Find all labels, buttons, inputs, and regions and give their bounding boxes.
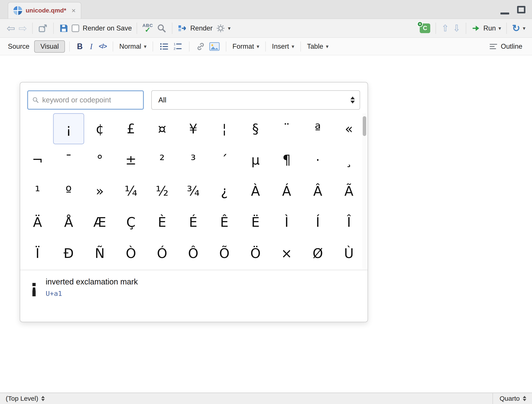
format-menu[interactable]: Format ▾: [231, 39, 261, 54]
render-options-button[interactable]: ▾: [214, 21, 232, 35]
char-cell[interactable]: ·: [302, 144, 333, 176]
char-cell[interactable]: Î: [333, 207, 364, 238]
char-cell[interactable]: À: [240, 176, 271, 207]
spellcheck-button[interactable]: ABC ✓: [140, 21, 155, 35]
char-cell[interactable]: Å: [53, 207, 84, 238]
numbered-list-button[interactable]: 1 2: [171, 39, 185, 54]
go-to-next-chunk-button[interactable]: ⇩: [451, 21, 462, 35]
find-button[interactable]: [155, 21, 168, 35]
scrollbar-track[interactable]: [362, 113, 367, 269]
char-cell[interactable]: °: [84, 144, 115, 176]
char-cell[interactable]: §: [240, 113, 271, 144]
char-cell[interactable]: Ñ: [84, 238, 115, 269]
char-cell[interactable]: Ë: [240, 207, 271, 238]
char-cell[interactable]: ¼: [115, 176, 146, 207]
char-cell[interactable]: ×: [271, 238, 302, 269]
char-cell[interactable]: Ó: [146, 238, 178, 269]
char-cell[interactable]: ¾: [178, 176, 209, 207]
char-cell[interactable]: ¿: [209, 176, 240, 207]
category-select[interactable]: All: [151, 90, 360, 110]
render-on-save-checkbox[interactable]: [72, 25, 79, 32]
scrollbar-thumb[interactable]: [363, 116, 366, 136]
bold-button[interactable]: B: [74, 39, 86, 54]
char-cell[interactable]: ¡: [53, 113, 84, 144]
scope-selector[interactable]: (Top Level): [6, 395, 45, 402]
char-cell[interactable]: ¶: [271, 144, 302, 176]
char-cell[interactable]: µ: [240, 144, 271, 176]
char-cell[interactable]: ±: [115, 144, 146, 176]
italic-button[interactable]: I: [86, 39, 97, 54]
render-button[interactable]: Render: [176, 21, 215, 35]
char-cell[interactable]: È: [146, 207, 178, 238]
tab-source[interactable]: Source: [8, 43, 29, 50]
char-cell[interactable]: ¬: [22, 144, 53, 176]
char-cell[interactable]: ¦: [209, 113, 240, 144]
char-cell[interactable]: Ì: [271, 207, 302, 238]
char-cell[interactable]: Á: [271, 176, 302, 207]
char-cell[interactable]: ¥: [178, 113, 209, 144]
document-format-selector[interactable]: Quarto: [493, 393, 532, 404]
char-cell[interactable]: ´: [209, 144, 240, 176]
char-cell[interactable]: É: [178, 207, 209, 238]
char-cell[interactable]: Ø: [302, 238, 333, 269]
insert-label: Insert: [272, 43, 289, 50]
char-cell[interactable]: Ê: [209, 207, 240, 238]
char-cell[interactable]: ¤: [146, 113, 178, 144]
char-cell[interactable]: Â: [302, 176, 333, 207]
char-cell[interactable]: Ä: [22, 207, 53, 238]
tab-unicode-qmd[interactable]: unicode.qmd* ×: [8, 2, 81, 19]
chevron-down-icon: ▾: [292, 44, 294, 49]
run-button[interactable]: Run ▾: [470, 21, 503, 35]
char-cell[interactable]: ¨: [271, 113, 302, 144]
insert-menu[interactable]: Insert ▾: [270, 39, 296, 54]
open-in-new-window-button[interactable]: [36, 21, 50, 35]
char-cell[interactable]: [22, 113, 53, 144]
char-cell[interactable]: ½: [146, 176, 178, 207]
link-icon: [196, 41, 206, 51]
char-cell[interactable]: Ò: [115, 238, 146, 269]
char-cell[interactable]: ¯: [53, 144, 84, 176]
paragraph-style-dropdown[interactable]: Normal ▾: [118, 39, 148, 54]
char-cell[interactable]: Õ: [209, 238, 240, 269]
maximize-icon[interactable]: [517, 6, 526, 13]
char-search-input[interactable]: [42, 96, 139, 104]
char-cell[interactable]: Ð: [53, 238, 84, 269]
forward-button[interactable]: ⇨: [17, 21, 29, 35]
char-cell[interactable]: ¢: [84, 113, 115, 144]
char-cell[interactable]: Ù: [333, 238, 364, 269]
run-label: Run: [483, 24, 496, 32]
outline-toggle[interactable]: Outline: [487, 39, 524, 54]
table-label: Table: [307, 43, 323, 50]
back-button[interactable]: ⇦: [5, 21, 17, 35]
source-document-button[interactable]: ↻ ▾: [510, 21, 527, 35]
editor-canvas[interactable]: All ¡¢£¤¥¦§¨ª«¬¯°±²³´µ¶·¸¹º»¼½¾¿ÀÁÂÃÄÅÆÇ…: [0, 55, 532, 393]
bullet-list-button[interactable]: [158, 39, 171, 54]
char-cell[interactable]: ³: [178, 144, 209, 176]
char-cell[interactable]: «: [333, 113, 364, 144]
char-cell[interactable]: ²: [146, 144, 178, 176]
image-button[interactable]: [208, 39, 222, 54]
code-button[interactable]: </>: [97, 39, 108, 54]
char-cell[interactable]: Ç: [115, 207, 146, 238]
go-to-previous-chunk-button[interactable]: ⇧: [439, 21, 451, 35]
char-cell[interactable]: ¹: [22, 176, 53, 207]
char-cell[interactable]: Æ: [84, 207, 115, 238]
char-cell[interactable]: Ô: [178, 238, 209, 269]
outline-icon: [489, 43, 498, 50]
char-cell[interactable]: ¸: [333, 144, 364, 176]
insert-chunk-button[interactable]: C +: [418, 21, 432, 35]
char-cell[interactable]: Ö: [240, 238, 271, 269]
table-menu[interactable]: Table ▾: [305, 39, 330, 54]
tab-visual[interactable]: Visual: [34, 40, 65, 53]
save-button[interactable]: [57, 21, 70, 35]
char-cell[interactable]: ª: [302, 113, 333, 144]
char-cell[interactable]: º: [53, 176, 84, 207]
char-cell[interactable]: Ï: [22, 238, 53, 269]
tab-close-icon[interactable]: ×: [71, 7, 76, 14]
link-button[interactable]: [194, 39, 208, 54]
minimize-icon[interactable]: [500, 13, 509, 14]
char-cell[interactable]: Ã: [333, 176, 364, 207]
char-cell[interactable]: Í: [302, 207, 333, 238]
char-cell[interactable]: £: [115, 113, 146, 144]
char-cell[interactable]: »: [84, 176, 115, 207]
